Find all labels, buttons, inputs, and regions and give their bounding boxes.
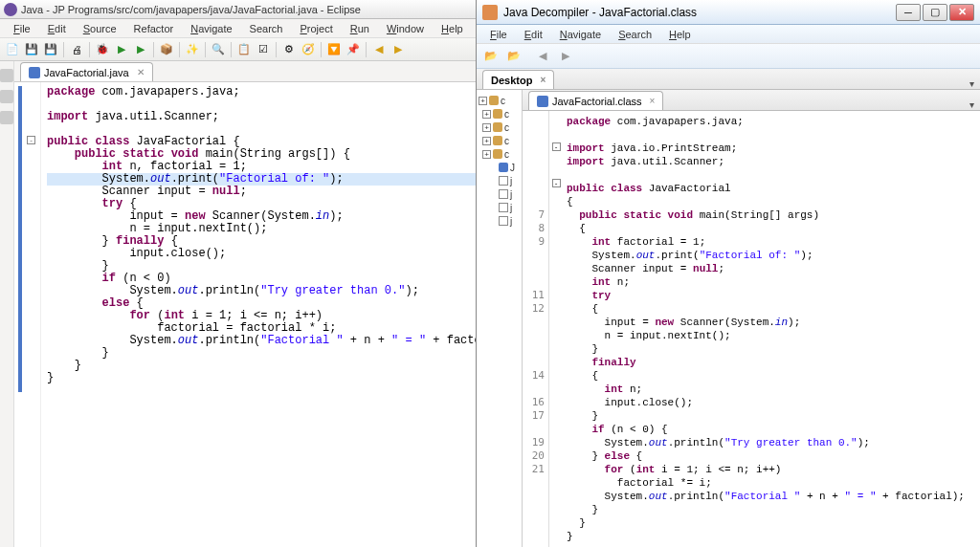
search-icon[interactable]: 🔍 bbox=[210, 41, 227, 58]
nav-fwd-icon[interactable]: ▶ bbox=[557, 48, 574, 65]
expand-icon[interactable] bbox=[488, 164, 497, 172]
task-icon[interactable]: ☑ bbox=[255, 41, 272, 58]
desktop-tab-label: Desktop bbox=[491, 75, 532, 86]
source-code[interactable]: package com.javapapers.java; import java… bbox=[41, 82, 476, 547]
expand-icon[interactable] bbox=[488, 204, 497, 212]
file-tab-menu-icon[interactable]: ▾ bbox=[969, 99, 974, 110]
jd-titlebar[interactable]: Java Decompiler - JavaFactorial.class ─ … bbox=[477, 0, 980, 25]
tree-item[interactable]: J bbox=[479, 161, 520, 174]
menu-run[interactable]: Run bbox=[343, 21, 377, 36]
nav-back-icon[interactable]: ◀ bbox=[534, 48, 551, 65]
menu-refactor[interactable]: Refactor bbox=[126, 21, 182, 36]
tree-item-label: J bbox=[510, 163, 515, 173]
decompiled-code[interactable]: package com.javapapers.java; import java… bbox=[563, 111, 980, 547]
debug-icon[interactable]: 🐞 bbox=[94, 41, 111, 58]
fold-class-icon[interactable]: - bbox=[552, 179, 561, 187]
jd-desktop-tab[interactable]: Desktop × bbox=[482, 70, 554, 89]
eclipse-window: Java - JP Programs/src/com/javapapers/ja… bbox=[0, 0, 477, 547]
filter-icon[interactable]: 🔽 bbox=[325, 41, 343, 58]
fold-gutter[interactable]: - bbox=[22, 82, 41, 547]
props-icon[interactable] bbox=[0, 111, 13, 124]
wand-icon[interactable]: ✨ bbox=[184, 41, 201, 58]
tree-item[interactable]: j bbox=[479, 187, 520, 201]
file-icon bbox=[499, 189, 508, 199]
expand-icon[interactable]: + bbox=[479, 97, 487, 105]
menu-window[interactable]: Window bbox=[379, 21, 432, 36]
file-tab-label: JavaFactorial.class bbox=[552, 96, 642, 107]
restore-view-icon[interactable] bbox=[0, 69, 13, 82]
menu-file[interactable]: File bbox=[6, 21, 38, 36]
palette-icon[interactable] bbox=[0, 90, 13, 103]
print-icon[interactable]: 🖨 bbox=[68, 41, 85, 58]
jd-menu-help[interactable]: Help bbox=[661, 27, 699, 42]
jd-app-icon bbox=[482, 5, 498, 20]
class-icon bbox=[499, 163, 508, 172]
tab-close-icon[interactable]: ✕ bbox=[137, 67, 145, 77]
run-icon[interactable]: ▶ bbox=[113, 41, 130, 58]
expand-icon[interactable]: + bbox=[482, 123, 491, 132]
eclipse-titlebar[interactable]: Java - JP Programs/src/com/javapapers/ja… bbox=[0, 0, 476, 19]
package-icon bbox=[493, 109, 502, 119]
nav-icon[interactable]: 🧭 bbox=[300, 41, 317, 58]
eclipse-menubar: File Edit Source Refactor Navigate Searc… bbox=[0, 19, 476, 38]
back-icon[interactable]: ◀ bbox=[370, 41, 388, 58]
tree-item[interactable]: +c bbox=[479, 120, 520, 134]
close-button[interactable]: ✕ bbox=[949, 4, 974, 21]
jd-menu-search[interactable]: Search bbox=[611, 27, 659, 42]
save-icon[interactable]: 💾 bbox=[23, 41, 40, 58]
minimize-button[interactable]: ─ bbox=[896, 4, 921, 21]
file-icon bbox=[499, 216, 508, 226]
jd-tree[interactable]: +c+c+c+c+cJjjjj bbox=[477, 90, 523, 547]
jd-menu-file[interactable]: File bbox=[482, 27, 515, 42]
menu-edit[interactable]: Edit bbox=[40, 21, 74, 36]
maximize-button[interactable]: ▢ bbox=[923, 4, 947, 21]
file-tab-close-icon[interactable]: × bbox=[650, 96, 656, 106]
editor-tab[interactable]: JavaFactorial.java ✕ bbox=[20, 62, 153, 81]
saveall-icon[interactable]: 💾 bbox=[42, 41, 59, 58]
expand-icon[interactable]: + bbox=[482, 137, 491, 145]
fold-toggle-icon[interactable]: - bbox=[27, 136, 35, 144]
expand-icon[interactable]: + bbox=[482, 110, 491, 119]
runext-icon[interactable]: ▶ bbox=[132, 41, 149, 58]
eclipse-code-area[interactable]: - package com.javapapers.java; import ja… bbox=[14, 82, 476, 547]
tree-item[interactable]: +c bbox=[479, 134, 520, 147]
tree-item[interactable]: j bbox=[479, 201, 520, 214]
expand-icon[interactable] bbox=[488, 217, 497, 226]
toggle-icon[interactable]: ⚙ bbox=[280, 41, 298, 58]
tree-item[interactable]: +c bbox=[479, 147, 520, 161]
jd-code-area[interactable]: 7 8 9 11 12 14 16 17 19 20 21 - - packag… bbox=[523, 111, 980, 547]
menu-navigate[interactable]: Navigate bbox=[183, 21, 239, 36]
pin-icon[interactable]: 📌 bbox=[345, 41, 362, 58]
eclipse-side-rail bbox=[0, 61, 14, 547]
expand-icon[interactable] bbox=[488, 177, 497, 186]
jd-file-tab[interactable]: JavaFactorial.class × bbox=[528, 91, 663, 110]
open-type-icon[interactable]: 📂 bbox=[505, 48, 523, 65]
menu-source[interactable]: Source bbox=[76, 21, 124, 36]
menu-search[interactable]: Search bbox=[242, 21, 291, 36]
tree-item-label: j bbox=[510, 203, 512, 213]
tree-item[interactable]: +c bbox=[479, 94, 520, 107]
new-icon[interactable]: 📄 bbox=[4, 41, 21, 58]
new-pkg-icon[interactable]: 📦 bbox=[158, 41, 175, 58]
jd-file-tabbar: JavaFactorial.class × ▾ bbox=[523, 90, 980, 111]
tab-menu-icon[interactable]: ▾ bbox=[969, 78, 974, 89]
package-icon bbox=[493, 149, 502, 159]
jd-menu-navigate[interactable]: Navigate bbox=[552, 27, 609, 42]
tree-item[interactable]: j bbox=[479, 174, 520, 187]
fwd-icon[interactable]: ▶ bbox=[390, 41, 407, 58]
menu-project[interactable]: Project bbox=[292, 21, 340, 36]
tree-item[interactable]: j bbox=[479, 214, 520, 228]
menu-help[interactable]: Help bbox=[434, 21, 471, 36]
jd-toolbar: 📂 📂 ◀ ▶ bbox=[477, 44, 980, 69]
open-file-icon[interactable]: 📂 bbox=[482, 48, 500, 65]
expand-icon[interactable]: + bbox=[482, 150, 491, 159]
outline-icon[interactable]: 📋 bbox=[235, 41, 253, 58]
jd-menubar: File Edit Navigate Search Help bbox=[477, 25, 980, 44]
desktop-tab-close-icon[interactable]: × bbox=[540, 75, 546, 85]
jd-menu-edit[interactable]: Edit bbox=[517, 27, 550, 42]
tree-item[interactable]: +c bbox=[479, 107, 520, 120]
fold-import-icon[interactable]: - bbox=[552, 142, 561, 151]
jd-fold-gutter[interactable]: - - bbox=[549, 111, 563, 547]
jd-desktop-tabrow: Desktop × ▾ bbox=[477, 69, 980, 90]
expand-icon[interactable] bbox=[488, 190, 497, 199]
